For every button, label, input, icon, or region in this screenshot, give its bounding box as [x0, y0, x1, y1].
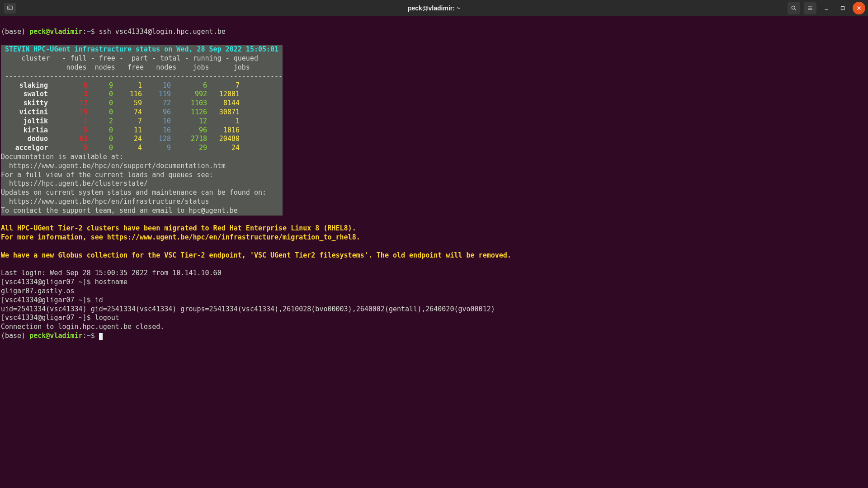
prompt-user: peck@vladimir [29, 28, 82, 36]
new-tab-button[interactable] [4, 3, 16, 14]
cmd-logout: logout [95, 314, 119, 322]
cluster-row: victini1907496112630871 [1, 108, 240, 117]
prompt-line: (base) peck@vladimir:~$ ssh vsc41334@log… [1, 28, 226, 36]
hostname-output: gligar07.gastly.os [1, 287, 75, 295]
cluster-row: doduo63024128271820480 [1, 135, 240, 144]
cluster-row: kirlia501116961016 [1, 126, 240, 135]
remote-prompt: [vsc41334@gligar07 ~]$ hostname [1, 278, 127, 286]
info-line: https://www.ugent.be/hpc/en/support/docu… [1, 162, 226, 170]
minimize-button[interactable] [820, 2, 833, 14]
terminal-icon [7, 5, 13, 11]
cluster-row: swalot3011611999212001 [1, 90, 240, 99]
connection-closed: Connection to login.hpc.ugent.be closed. [1, 323, 164, 331]
info-line: For a full view of the current loads and… [1, 171, 213, 179]
svg-line-2 [795, 9, 796, 10]
banner-header: STEVIN HPC-UGent infrastructure status o… [1, 45, 278, 53]
prompt-line: (base) peck@vladimir:~$ [1, 332, 103, 340]
cmd-id: id [95, 296, 103, 304]
info-line: https://hpc.ugent.be/clusterstate/ [1, 179, 148, 188]
window-titlebar: peck@vladimir: ~ [0, 0, 868, 16]
prompt-path: ~ [87, 332, 91, 340]
close-icon [856, 5, 862, 11]
search-button[interactable] [788, 2, 800, 14]
table-header-1: cluster - full - free - part - total - r… [1, 54, 258, 62]
notice-rhel8-2: For more information, see https://www.ug… [1, 233, 360, 241]
minimize-icon [823, 5, 830, 11]
cluster-row: joltik12710121 [1, 117, 240, 126]
remote-prompt: [vsc41334@gligar07 ~]$ logout [1, 314, 119, 322]
info-line: Documentation is available at: [1, 153, 123, 161]
svg-rect-7 [841, 6, 844, 9]
last-login: Last login: Wed Sep 28 15:00:35 2022 fro… [1, 269, 222, 277]
close-button[interactable] [853, 2, 865, 14]
hamburger-icon [807, 5, 813, 11]
motd-banner: STEVIN HPC-UGent infrastructure status o… [1, 45, 283, 215]
svg-point-1 [792, 6, 795, 9]
remote-prompt: [vsc41334@gligar07 ~]$ id [1, 296, 103, 304]
notice-rhel8-1: All HPC-UGent Tier-2 clusters have been … [1, 224, 356, 232]
info-line: To contact the support team, send an ema… [1, 206, 238, 215]
prompt-env: (base) [1, 28, 29, 36]
notice-globus: We have a new Globus collection for the … [1, 251, 511, 259]
prompt-user: peck@vladimir [29, 332, 82, 340]
cursor [99, 333, 103, 340]
search-icon [791, 5, 797, 11]
window-title: peck@vladimir: ~ [0, 5, 868, 12]
maximize-icon [840, 5, 846, 11]
terminal-output[interactable]: (base) peck@vladimir:~$ ssh vsc41334@log… [0, 16, 868, 488]
svg-rect-0 [8, 6, 13, 9]
table-header-2: nodes nodes free nodes jobs jobs [1, 63, 258, 71]
cluster-row: slaking0911067 [1, 81, 240, 90]
menu-button[interactable] [804, 2, 816, 14]
table-separator: ----------------------------------------… [1, 72, 283, 80]
cmd-hostname: hostname [95, 278, 127, 286]
info-line: https://www.ugent.be/hpc/en/infrastructu… [1, 197, 209, 206]
cluster-row: skitty120597211038144 [1, 99, 240, 108]
info-line: Updates on current system status and mai… [1, 188, 266, 197]
id-output: uid=2541334(vsc41334) gid=2541334(vsc413… [1, 305, 495, 313]
prompt-env: (base) [1, 332, 29, 340]
maximize-button[interactable] [836, 2, 849, 14]
prompt-path: ~ [87, 28, 91, 36]
cluster-row: accelgor50492924 [1, 144, 240, 153]
ssh-command: ssh vsc41334@login.hpc.ugent.be [99, 28, 226, 36]
